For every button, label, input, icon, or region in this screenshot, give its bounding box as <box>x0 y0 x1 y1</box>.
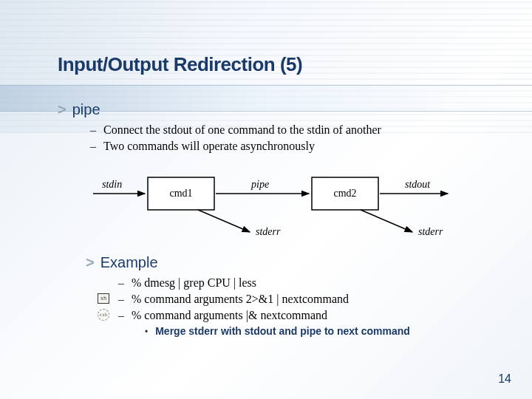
nested-text: Merge stderr with stdout and pipe to nex… <box>155 324 410 338</box>
slide-content: Input/Output Redirection (5) > pipe – Co… <box>0 0 532 339</box>
dash-icon: – <box>118 292 124 307</box>
svg-line-5 <box>198 210 250 232</box>
dash-icon: – <box>90 123 96 137</box>
stdin-label: stdin <box>102 179 122 190</box>
stderr-label: stderr <box>256 226 281 237</box>
list-item: csh – % command arguments |& nextcommand <box>118 308 480 323</box>
bullet-text: Connect the stdout of one command to the… <box>103 123 381 137</box>
stderr-label-2: stderr <box>418 226 443 237</box>
example-text: % command arguments 2>&1 | nextcommand <box>132 292 349 307</box>
nested-bullets: • Merge stderr with stdout and pipe to n… <box>145 324 480 339</box>
stdout-label: stdout <box>405 179 431 190</box>
sh-shell-icon: sh <box>98 293 109 304</box>
list-item: • Merge stderr with stdout and pipe to n… <box>145 324 480 339</box>
section-pipe-head: > pipe <box>58 101 480 118</box>
pipe-diagram: stdin cmd1 pipe cmd2 stdout stderr stder… <box>87 164 480 241</box>
cmd1-label: cmd1 <box>169 188 192 199</box>
chevron-icon: > <box>86 254 95 271</box>
list-item: – % dmesg | grep CPU | less <box>118 276 480 290</box>
page-number: 14 <box>498 372 511 386</box>
section-example-head: > Example <box>86 254 480 271</box>
pipe-label: pipe <box>250 179 269 190</box>
cmd2-label: cmd2 <box>333 188 356 199</box>
example-text: % command arguments |& nextcommand <box>132 308 327 323</box>
dash-icon: – <box>90 139 96 154</box>
csh-shell-icon: csh <box>98 309 109 321</box>
bullet-dot-icon: • <box>145 324 148 339</box>
list-item: – Connect the stdout of one command to t… <box>90 123 480 137</box>
diagram-svg: stdin cmd1 pipe cmd2 stdout stderr stder… <box>87 164 486 238</box>
svg-line-6 <box>361 210 412 232</box>
list-item: – Two commands will operate asynchronous… <box>90 139 480 154</box>
dash-icon: – <box>118 276 124 290</box>
list-item: sh – % command arguments 2>&1 | nextcomm… <box>118 292 480 307</box>
section-example: > Example – % dmesg | grep CPU | less sh… <box>86 254 480 339</box>
section-example-title: Example <box>100 254 158 271</box>
pipe-bullets: – Connect the stdout of one command to t… <box>90 123 480 154</box>
section-pipe: > pipe – Connect the stdout of one comma… <box>58 101 480 154</box>
example-bullets: – % dmesg | grep CPU | less sh – % comma… <box>118 276 480 323</box>
example-text: % dmesg | grep CPU | less <box>132 276 256 290</box>
bullet-text: Two commands will operate asynchronously <box>103 139 315 154</box>
section-pipe-title: pipe <box>72 101 100 118</box>
dash-icon: – <box>118 308 124 323</box>
slide-title: Input/Output Redirection (5) <box>58 53 480 76</box>
chevron-icon: > <box>58 101 66 118</box>
